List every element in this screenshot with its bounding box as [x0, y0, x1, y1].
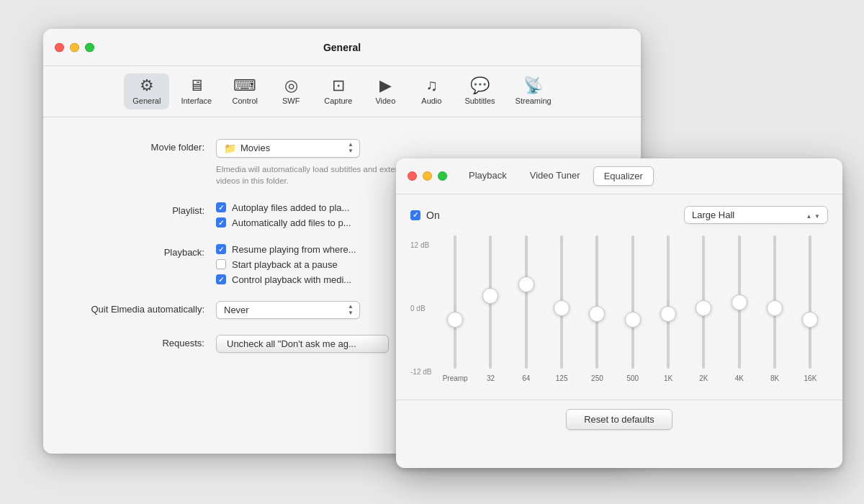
band-label-250: 250 — [591, 374, 603, 382]
quit-stepper[interactable]: ▲ ▼ — [348, 304, 354, 317]
eq-band-preamp: Preamp — [437, 235, 472, 382]
eq-track-2 — [525, 235, 528, 369]
eq-title-bar: Playback Video Tuner Equalizer — [396, 158, 842, 194]
preset-select[interactable]: Large Hall ▲ ▼ — [684, 206, 828, 224]
streaming-icon: 📡 — [523, 78, 543, 94]
toolbar-label-subtitles: Subtitles — [464, 96, 495, 105]
tab-playback[interactable]: Playback — [459, 166, 517, 186]
eq-minimize-button[interactable] — [423, 171, 432, 181]
eq-track-3 — [560, 235, 563, 369]
audio-icon: ♫ — [426, 78, 438, 94]
close-button[interactable] — [55, 42, 64, 52]
stepper-down-icon: ▼ — [348, 148, 354, 155]
eq-track-7 — [702, 235, 705, 369]
eq-band-2k: 2K — [686, 235, 721, 382]
eq-thumb-32[interactable] — [482, 288, 498, 304]
start-pause-checkbox[interactable] — [216, 259, 226, 269]
eq-band-16k: 16K — [793, 235, 828, 382]
playlist-label: Playlist: — [72, 202, 216, 216]
toolbar-item-swf[interactable]: ◎ SWF — [269, 73, 312, 109]
eq-thumb-8K[interactable] — [767, 300, 783, 316]
toolbar-item-capture[interactable]: ⊡ Capture — [315, 73, 361, 109]
eq-close-button[interactable] — [408, 171, 417, 181]
preset-down-icon: ▼ — [814, 213, 820, 220]
eq-sliders-area: 12 dB 0 dB -12 dB Preamp32641252505001K2… — [410, 235, 828, 382]
playback-label: Playback: — [72, 244, 216, 258]
eq-thumb-2K[interactable] — [696, 300, 711, 316]
eq-maximize-button[interactable] — [438, 171, 447, 181]
movie-folder-stepper[interactable]: ▲ ▼ — [348, 142, 354, 155]
db-12-label: 12 dB — [410, 241, 431, 249]
subtitles-icon: 💬 — [470, 78, 490, 94]
band-label-4K: 4K — [735, 374, 744, 382]
control-icon: ⌨ — [233, 78, 256, 94]
capture-icon: ⊡ — [332, 78, 345, 94]
eq-thumb-64[interactable] — [518, 276, 534, 292]
maximize-button[interactable] — [85, 42, 94, 52]
minimize-button[interactable] — [70, 42, 79, 52]
eq-thumb-1K[interactable] — [660, 306, 676, 322]
autoplay-checkbox[interactable] — [216, 202, 226, 212]
uncheck-button[interactable]: Uncheck all "Don't ask me ag... — [216, 335, 389, 353]
db-neg12-label: -12 dB — [410, 368, 431, 376]
band-label-2K: 2K — [699, 374, 708, 382]
eq-thumb-4K[interactable] — [732, 294, 747, 310]
eq-band-125: 125 — [544, 235, 579, 382]
resume-checkbox[interactable] — [216, 244, 226, 254]
stepper-down-icon: ▼ — [348, 310, 354, 317]
eq-track-0 — [454, 235, 456, 369]
eq-thumb-500[interactable] — [625, 312, 641, 328]
requests-label: Requests: — [72, 335, 216, 348]
toolbar-item-general[interactable]: ⚙ General — [124, 73, 169, 109]
eq-thumb-125[interactable] — [554, 300, 570, 316]
window-title: General — [323, 42, 361, 53]
eq-bands: Preamp32641252505001K2K4K8K16K — [437, 235, 828, 382]
band-label-32: 32 — [487, 374, 495, 382]
on-checkbox[interactable] — [410, 210, 420, 220]
toolbar-item-control[interactable]: ⌨ Control — [223, 73, 266, 109]
toolbar-item-audio[interactable]: ♫ Audio — [410, 73, 453, 109]
eq-band-500: 500 — [615, 235, 650, 382]
toolbar-item-interface[interactable]: 🖥 Interface — [172, 73, 220, 109]
tab-equalizer[interactable]: Equalizer — [593, 166, 654, 186]
equalizer-window: Playback Video Tuner Equalizer On Large … — [396, 158, 842, 468]
movie-folder-label: Movie folder: — [72, 139, 216, 153]
band-label-Preamp: Preamp — [443, 374, 468, 382]
toolbar-label-control: Control — [233, 96, 258, 105]
eq-track-8 — [738, 235, 741, 369]
eq-band-32: 32 — [473, 235, 508, 382]
media-keys-checkbox[interactable] — [216, 274, 226, 284]
preset-value: Large Hall — [692, 210, 734, 220]
toolbar-label-interface: Interface — [181, 96, 212, 105]
toolbar-item-streaming[interactable]: 📡 Streaming — [507, 73, 560, 109]
eq-thumb-250[interactable] — [589, 306, 605, 322]
eq-footer: Reset to defaults — [396, 400, 842, 438]
tab-video-tuner[interactable]: Video Tuner — [520, 166, 590, 186]
eq-band-8k: 8K — [757, 235, 792, 382]
band-label-64: 64 — [522, 374, 530, 382]
toolbar-label-video: Video — [375, 96, 395, 105]
eq-thumb-Preamp[interactable] — [447, 312, 463, 328]
quit-value: Never — [224, 305, 345, 315]
toolbar-item-video[interactable]: ▶ Video — [364, 73, 407, 109]
preset-stepper[interactable]: ▲ ▼ — [806, 210, 820, 220]
preset-up-icon: ▲ — [806, 213, 812, 220]
db-0-label: 0 dB — [410, 305, 431, 312]
eq-track-1 — [489, 235, 492, 369]
start-pause-label: Start playback at a pause — [232, 259, 338, 270]
quit-select[interactable]: Never ▲ ▼ — [216, 301, 360, 320]
toolbar-item-subtitles[interactable]: 💬 Subtitles — [456, 73, 503, 109]
on-control: On — [410, 210, 440, 221]
toolbar-label-swf: SWF — [282, 96, 300, 105]
movie-folder-select[interactable]: 📁 Movies ▲ ▼ — [216, 139, 360, 158]
eq-band-4k: 4K — [721, 235, 757, 382]
movie-folder-value: Movies — [240, 143, 345, 153]
swf-icon: ◎ — [284, 78, 298, 94]
autoplay-label: Autoplay files added to pla... — [232, 202, 349, 213]
eq-thumb-16K[interactable] — [802, 312, 818, 328]
eq-band-250: 250 — [580, 235, 615, 382]
eq-track-4 — [595, 235, 598, 369]
autoadd-checkbox[interactable] — [216, 217, 226, 228]
reset-button[interactable]: Reset to defaults — [566, 409, 672, 430]
resume-label: Resume playing from where... — [232, 244, 356, 255]
